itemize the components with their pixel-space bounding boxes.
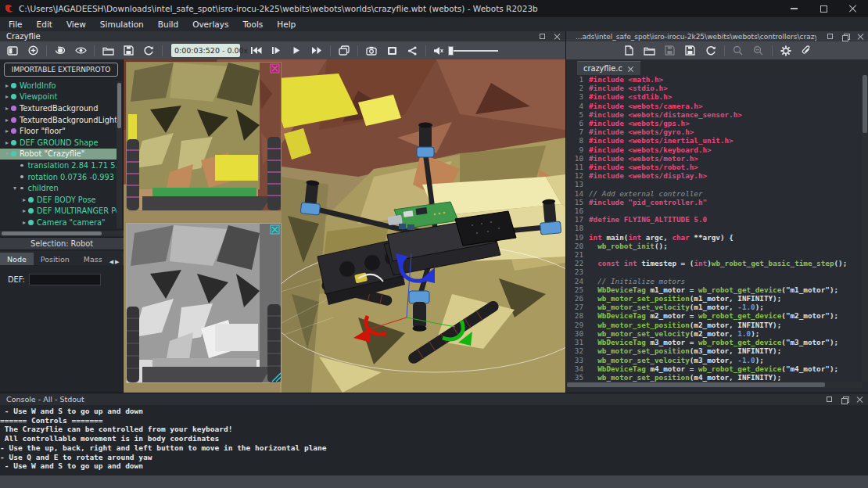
tree-node-def-body-pose[interactable]: ▸DEF BODY Pose bbox=[0, 194, 117, 206]
add-node-button[interactable] bbox=[23, 43, 42, 58]
code-line[interactable]: 21 bbox=[566, 250, 863, 259]
scene-tree-horizontal-scrollbar[interactable] bbox=[0, 231, 124, 236]
code-line[interactable]: 4#include <webots/camera.h> bbox=[566, 102, 863, 110]
follow-object-button[interactable] bbox=[51, 43, 70, 58]
expander-icon[interactable]: ▸ bbox=[3, 105, 11, 112]
code-line[interactable]: 26 wb_motor_set_position(m1_motor, INFIN… bbox=[566, 294, 863, 303]
menu-item-view[interactable]: View bbox=[59, 17, 93, 31]
code-line[interactable]: 18 bbox=[566, 224, 863, 232]
expander-icon[interactable]: ▸ bbox=[3, 93, 11, 100]
tree-node-children[interactable]: ▾children bbox=[0, 182, 117, 194]
fast-forward-button[interactable] bbox=[307, 43, 326, 58]
tree-node-texturedbackground[interactable]: ▸TexturedBackground bbox=[0, 102, 117, 114]
new-file-button[interactable] bbox=[620, 43, 639, 58]
importable-externproto-button[interactable]: IMPORTABLE EXTERNPROTO bbox=[4, 63, 118, 77]
preferences-button[interactable] bbox=[777, 43, 795, 58]
code-line[interactable]: 12#include <webots/display.h> bbox=[566, 171, 863, 180]
find-replace-button[interactable] bbox=[749, 43, 768, 58]
world-tab[interactable]: Crazyflie bbox=[0, 32, 41, 41]
tree-node-worldinfo[interactable]: ▸WorldInfo bbox=[0, 80, 117, 92]
share-button[interactable] bbox=[403, 43, 421, 58]
code-line[interactable]: 15#include "pid_controller.h" bbox=[566, 198, 863, 206]
code-line[interactable]: 9#include <webots/keyboard.h> bbox=[566, 145, 863, 154]
tree-node-texturedbackgroundlight[interactable]: ▸TexturedBackgroundLight bbox=[0, 114, 117, 126]
maximize-button[interactable] bbox=[809, 0, 838, 17]
code-line[interactable]: 2#include <stdio.h> bbox=[566, 84, 863, 92]
menu-item-overlays[interactable]: Overlays bbox=[185, 17, 235, 31]
expander-icon[interactable]: ▸ bbox=[3, 127, 11, 135]
code-line[interactable]: 1#include <math.h> bbox=[566, 75, 863, 84]
code-line[interactable]: 30 wb_motor_set_velocity(m2_motor, 1.0); bbox=[566, 329, 863, 338]
camera-overlay[interactable] bbox=[126, 62, 282, 211]
editor-restore-button[interactable] bbox=[841, 32, 850, 41]
code-line[interactable]: 32 wb_motor_set_position(m3_motor, INFIN… bbox=[566, 346, 863, 355]
editor-tab-crazyflie[interactable]: crazyflie.c bbox=[577, 61, 640, 75]
code-line[interactable]: 14// Add external controller bbox=[566, 189, 863, 198]
def-input[interactable] bbox=[29, 274, 101, 285]
menu-item-file[interactable]: File bbox=[2, 17, 30, 31]
scene-window-button[interactable] bbox=[335, 43, 353, 58]
display-overlay[interactable] bbox=[126, 223, 282, 383]
code-line[interactable]: 5#include <webots/distance_sensor.h> bbox=[566, 110, 863, 119]
find-button[interactable] bbox=[729, 43, 748, 58]
code-line[interactable]: 29 wb_motor_set_position(m2_motor, INFIN… bbox=[566, 321, 863, 329]
play-button[interactable] bbox=[287, 43, 306, 58]
code-line[interactable]: 33 wb_motor_set_velocity(m3_motor, -1.0)… bbox=[566, 356, 863, 364]
movie-button[interactable] bbox=[382, 43, 401, 58]
code-line[interactable]: 35 wb_motor_set_position(m4_motor, INFIN… bbox=[566, 373, 863, 382]
code-line[interactable]: 24 // Initialize motors bbox=[566, 277, 863, 285]
volume-slider[interactable] bbox=[448, 50, 498, 52]
code-line[interactable]: 27 wb_motor_set_velocity(m1_motor, -1.0)… bbox=[566, 303, 863, 311]
tab-close-icon[interactable] bbox=[628, 66, 634, 72]
visibility-button[interactable] bbox=[71, 43, 90, 58]
expander-icon[interactable]: ▸ bbox=[20, 196, 28, 203]
revert-file-button[interactable] bbox=[701, 43, 720, 58]
code-line[interactable]: 25 WbDeviceTag m1_motor = wb_robot_get_d… bbox=[566, 285, 863, 294]
console-close-button[interactable] bbox=[855, 395, 865, 404]
code-line[interactable]: 17#define FLYING_ALTITUDE 5.0 bbox=[566, 215, 863, 224]
scrollbar-thumb[interactable] bbox=[117, 83, 121, 128]
expander-icon[interactable]: ▾ bbox=[3, 150, 11, 157]
code-line[interactable]: 8#include <webots/inertial_unit.h> bbox=[566, 136, 863, 145]
menu-item-help[interactable]: Help bbox=[270, 17, 303, 31]
menu-item-tools[interactable]: Tools bbox=[235, 17, 270, 31]
scene-tree-vertical-scrollbar[interactable] bbox=[117, 81, 122, 228]
code-line[interactable]: 10#include <webots/motor.h> bbox=[566, 154, 863, 163]
open-world-button[interactable] bbox=[99, 43, 117, 58]
editor-vertical-scrollbar[interactable] bbox=[862, 75, 868, 382]
expander-icon[interactable]: ▾ bbox=[11, 185, 19, 192]
scrollbar-thumb[interactable] bbox=[567, 382, 825, 387]
time-dropdown[interactable]: - bbox=[222, 46, 224, 55]
tree-node-camera-camera[interactable]: ▸Camera "camera" bbox=[0, 217, 117, 228]
menu-item-edit[interactable]: Edit bbox=[30, 17, 59, 31]
code-line[interactable]: 11#include <webots/robot.h> bbox=[566, 163, 863, 171]
tree-node-floor-floor[interactable]: ▸Floor "floor" bbox=[0, 125, 117, 137]
viewport-3d[interactable] bbox=[124, 59, 565, 393]
code-line[interactable]: 7#include <webots/gyro.h> bbox=[566, 127, 863, 136]
code-line[interactable]: 28 WbDeviceTag m2_motor = wb_robot_get_d… bbox=[566, 311, 863, 320]
code-line[interactable]: 22 const int timestep = (int)wb_robot_ge… bbox=[566, 259, 863, 267]
save-file-button[interactable] bbox=[661, 43, 680, 58]
tree-node-translation-2-84-1-71-5-38[interactable]: translation 2.84 1.71 5.38 bbox=[0, 160, 117, 171]
simulation-time-display[interactable]: 0:00:03:520 - 0.00x bbox=[171, 44, 240, 57]
scrollbar-thumb[interactable] bbox=[2, 231, 102, 235]
save-world-button[interactable] bbox=[119, 43, 138, 58]
code-line[interactable]: 31 WbDeviceTag m3_motor = wb_robot_get_d… bbox=[566, 338, 863, 346]
expander-icon[interactable]: ▸ bbox=[3, 82, 11, 89]
code-line[interactable]: 16 bbox=[566, 206, 863, 215]
tab-scroll-arrows[interactable]: ◀▶ bbox=[109, 259, 124, 265]
console-float-button[interactable] bbox=[824, 395, 834, 404]
menu-item-simulation[interactable]: Simulation bbox=[93, 17, 151, 31]
step-button[interactable] bbox=[267, 43, 285, 58]
viewport-float-button[interactable] bbox=[537, 32, 547, 41]
tree-node-rotation-0-0736-0-993-0-0908[interactable]: rotation 0.0736 -0.993 -0.0908 bbox=[0, 171, 117, 183]
expander-icon[interactable]: ▸ bbox=[20, 207, 28, 214]
tree-node-robot-crazyflie[interactable]: ▾Robot "Crazyflie" bbox=[0, 149, 117, 160]
inspector-tab-mass[interactable]: Mass bbox=[77, 253, 109, 265]
code-line[interactable]: 23 bbox=[566, 267, 863, 276]
code-line[interactable]: 3#include <stdlib.h> bbox=[566, 92, 863, 101]
code-line[interactable]: 13 bbox=[566, 180, 863, 188]
editor-horizontal-scrollbar[interactable] bbox=[566, 382, 863, 388]
expander-icon[interactable]: ▸ bbox=[3, 139, 11, 146]
minimize-button[interactable] bbox=[779, 0, 809, 17]
